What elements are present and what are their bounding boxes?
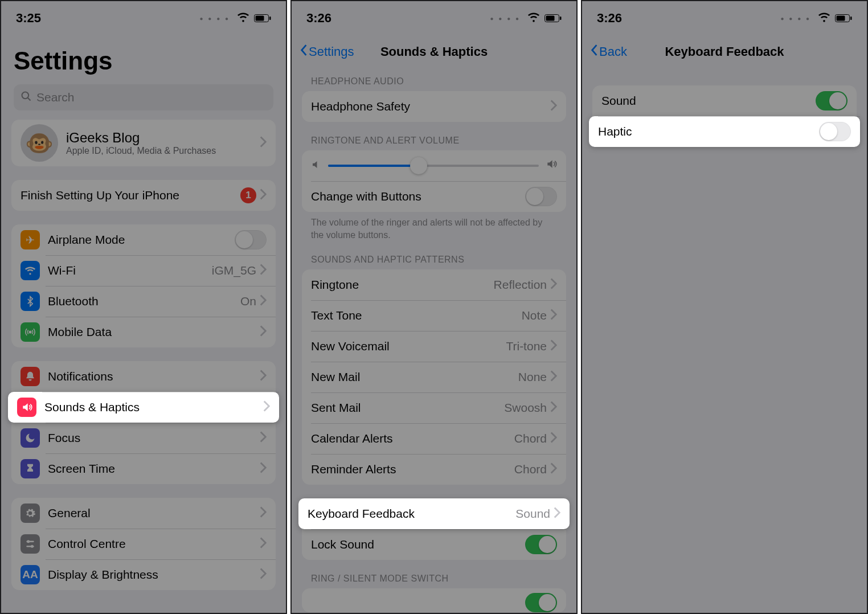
text-size-icon: AA [21,565,40,584]
search-icon [21,91,32,105]
cellular-dots-icon: ● ● ● ● [490,15,521,22]
ring-silent-toggle[interactable] [525,593,557,612]
display-brightness-cell[interactable]: AA Display & Brightness [11,559,276,590]
wifi-icon [818,10,830,26]
chevron-left-icon [590,44,598,60]
wifi-icon [237,10,249,26]
cellular-dots-icon: ● ● ● ● [200,15,231,22]
airplane-icon: ✈︎ [21,230,40,249]
lock-sound-cell[interactable]: Lock Sound [302,529,566,560]
calendar-alerts-cell[interactable]: Calendar AlertsChord [302,423,566,454]
chevron-icon [550,339,557,354]
profile-sub: Apple ID, iCloud, Media & Purchases [66,146,260,156]
wifi-icon [527,10,540,26]
avatar: 🐵 [21,124,58,162]
search-input[interactable]: Search [14,84,273,110]
status-time: 3:26 [597,11,622,26]
screen-keyboard-feedback: 3:26 ● ● ● ● Back Keyboard Feedback Soun… [581,0,868,614]
chevron-icon [260,537,267,551]
chevron-icon [550,401,557,415]
general-cell[interactable]: General [11,498,276,529]
change-buttons-toggle[interactable] [525,187,557,206]
section-header: RING / SILENT MODE SWITCH [302,574,566,588]
control-centre-cell[interactable]: Control Centre [11,529,276,559]
status-time: 3:25 [16,11,41,26]
text-tone-cell[interactable]: Text ToneNote [302,300,566,331]
apple-id-cell[interactable]: 🐵 iGeeks Blog Apple ID, iCloud, Media & … [11,120,276,166]
section-header: RINGTONE AND ALERT VOLUME [302,136,566,150]
chevron-icon [260,264,267,278]
chevron-icon [550,462,557,477]
svg-rect-2 [269,17,271,20]
sent-mail-cell[interactable]: Sent MailSwoosh [302,392,566,423]
battery-icon [835,11,852,26]
haptic-toggle[interactable] [819,122,851,141]
chevron-icon [263,400,270,415]
screen-settings-root: 3:25 ● ● ● ● Settings Search 🐵 iGeeks Bl… [0,0,287,614]
section-footer: The volume of the ringer and alerts will… [302,212,566,241]
chevron-icon [260,431,267,445]
chevron-icon [550,370,557,384]
keyboard-feedback-cell[interactable]: Keyboard Feedback Sound [298,498,570,529]
gear-icon [21,504,40,523]
mobile-data-cell[interactable]: Mobile Data [11,317,276,347]
chevron-icon [550,278,557,292]
section-header: HEADPHONE AUDIO [302,76,566,91]
section-header: SOUNDS AND HAPTIC PATTERNS [302,255,566,269]
wifi-app-icon [21,261,40,280]
status-time: 3:26 [306,11,331,26]
moon-icon [21,428,40,448]
airplane-toggle[interactable] [235,230,267,249]
bluetooth-icon [21,292,40,311]
chevron-icon [260,370,267,384]
focus-cell[interactable]: Focus [11,423,276,453]
chevron-icon [260,462,267,476]
chevron-icon [260,189,267,203]
svg-rect-1 [256,16,264,21]
airplane-cell[interactable]: ✈︎ Airplane Mode [11,224,276,255]
sounds-haptics-cell[interactable]: Sounds & Haptics [8,392,279,423]
chevron-icon [550,100,557,114]
svg-rect-8 [26,546,34,547]
chevron-icon [550,432,557,446]
svg-rect-6 [26,541,34,543]
new-mail-cell[interactable]: New MailNone [302,362,566,392]
notifications-cell[interactable]: Notifications [11,361,276,392]
ringtone-cell[interactable]: RingtoneReflection [302,269,566,300]
sound-toggle[interactable] [816,91,847,110]
volume-slider[interactable] [328,165,539,167]
battery-icon [254,11,271,26]
antenna-icon [21,322,40,342]
screentime-cell[interactable]: Screen Time [11,453,276,484]
change-with-buttons-cell[interactable]: Change with Buttons [302,181,566,212]
back-button[interactable]: Back [590,44,627,60]
chevron-icon [550,309,557,323]
finish-setup-cell[interactable]: Finish Setting Up Your iPhone 1 [11,180,276,211]
bell-icon [21,367,40,386]
wifi-cell[interactable]: Wi-Fi iGM_5G [11,255,276,286]
sound-toggle-cell[interactable]: Sound [592,85,857,116]
svg-rect-10 [546,16,555,21]
hourglass-icon [21,459,40,478]
page-title: Settings [1,35,286,82]
back-button[interactable]: Settings [300,44,354,60]
headphone-safety-cell[interactable]: Headphone Safety [302,91,566,122]
reminder-alerts-cell[interactable]: Reminder AlertsChord [302,454,566,485]
chevron-icon [260,136,267,150]
chevron-icon [260,325,267,339]
status-bar: 3:25 ● ● ● ● [1,1,286,35]
voicemail-cell[interactable]: New VoicemailTri-tone [302,331,566,362]
cellular-dots-icon: ● ● ● ● [781,15,812,22]
nav-bar: Back Keyboard Feedback [582,35,867,68]
slider-thumb[interactable] [410,157,427,174]
status-bar: 3:26 ● ● ● ● [292,1,576,35]
volume-slider-cell [302,150,566,181]
chevron-icon [260,506,267,521]
ring-silent-cell[interactable] [302,588,566,612]
bluetooth-cell[interactable]: Bluetooth On [11,286,276,317]
haptic-toggle-cell[interactable]: Haptic [589,116,860,147]
battery-icon [544,11,562,26]
svg-rect-11 [560,17,562,20]
screen-sounds-haptics: 3:26 ● ● ● ● Settings Sounds & Haptics H… [290,0,578,614]
lock-sound-toggle[interactable] [525,535,557,554]
